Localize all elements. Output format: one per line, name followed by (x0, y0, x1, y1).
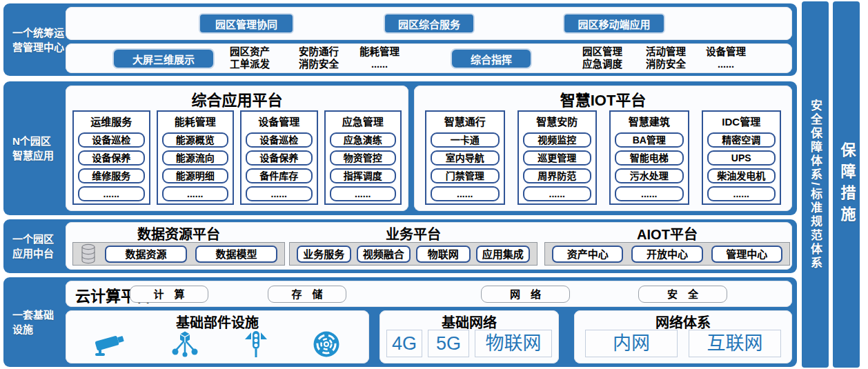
feature-item: ...... (330, 186, 397, 201)
network-chip-intranet: 内网 (585, 330, 678, 357)
box-title: 网络体系 (574, 310, 792, 329)
platform-columns: 运维服务 设备巡检 设备保养 维修服务 ...... 能耗管理 能源概览 能源流… (72, 110, 402, 205)
feature-item: 周界防范 (523, 168, 592, 183)
network-chip-iot: 物联网 (475, 330, 552, 357)
chip-park-comprehensive-service: 园区综合服务 (384, 13, 475, 34)
module-column-emergency: 应急管理 应急演练 物资管控 指挥调度 ...... (324, 110, 402, 205)
module-chip: 物联网 (416, 246, 471, 263)
feature-item: 智能电梯 (615, 150, 684, 166)
text-line: ...... (342, 58, 417, 70)
feature-item: ...... (246, 186, 313, 201)
feature-item: 设备保养 (246, 150, 313, 166)
module-chip: 开放中心 (631, 246, 702, 263)
feature-item: UPS (707, 150, 776, 166)
module-column-smart-access: 智慧通行 一卡通 室内导航 门禁管理 ...... (425, 110, 505, 205)
box-network-system: 网络体系 内网 互联网 (574, 310, 792, 363)
text-group: 设备管理 ...... (688, 46, 764, 70)
group-title: 数据资源平台 (72, 223, 285, 242)
middle-platform-content: 数据资源平台 数据资源 数据模型 (66, 219, 792, 273)
section-label-middle-platform: 一个园区 应用中台 (3, 219, 67, 273)
sidebar-security-standard-system: 安全保障体系/标准规范体系 (802, 1, 829, 368)
feature-item: 室内导航 (431, 150, 500, 166)
text-line: 工单派发 (212, 58, 288, 70)
box-title: 基础部件设施 (66, 310, 369, 329)
module-chip: 数据模型 (195, 246, 277, 263)
column-header: 能耗管理 (162, 113, 229, 130)
feature-item: 备件库存 (246, 168, 313, 183)
ops-row-top: 园区管理协同 园区综合服务 园区移动端应用 (66, 7, 792, 40)
iot-node-icon (170, 330, 199, 358)
column-header: 设备管理 (246, 113, 313, 130)
feature-item: ...... (78, 186, 145, 201)
module-column-ops-service: 运维服务 设备巡检 设备保养 维修服务 ...... (72, 110, 150, 205)
group-title: AIOT平台 (544, 223, 790, 242)
column-header: 智慧建筑 (615, 113, 684, 130)
feature-item: 物资管控 (330, 150, 397, 166)
column-header: IDC管理 (707, 113, 776, 130)
text-line: 设备管理 (688, 46, 764, 58)
group-business-platform: 业务平台 业务服务 视频融合 物联网 应用集成 (289, 223, 537, 267)
camera-icon (95, 331, 126, 357)
section-smart-apps: N个园区 智慧应用 综合应用平台 运维服务 设备巡检 设备保养 维修服务 ...… (3, 81, 797, 215)
feature-item: 应急演练 (330, 132, 397, 148)
text-line: ...... (688, 58, 764, 70)
chip-park-mobile-app: 园区移动端应用 (563, 13, 665, 34)
section-label-smart-apps: N个园区 智慧应用 (3, 81, 67, 215)
feature-item: 巡更管理 (523, 150, 592, 166)
sidebar-safeguard-measures: 保障措施 (833, 1, 860, 368)
feature-item: 设备巡检 (246, 132, 313, 148)
section-middle-platform: 一个园区 应用中台 数据资源平台 数据资源 (3, 219, 797, 273)
cloud-computing-platform: 云计算平台 计 算 存 储 网 络 安 全 (66, 281, 792, 307)
chip-integrated-command: 综合指挥 (451, 48, 532, 69)
cloud-chip-compute: 计 算 (130, 286, 208, 303)
smart-park-architecture-diagram: 一个统筹运 营管理中心 园区管理协同 园区综合服务 园区移动端应用 大屏三维展示… (0, 0, 868, 369)
module-column-energy: 能耗管理 能源概览 能源流向 能源明细 ...... (157, 110, 235, 205)
smart-apps-content: 综合应用平台 运维服务 设备巡检 设备保养 维修服务 ...... 能耗管理 能… (66, 81, 792, 215)
module-chip: 业务服务 (297, 246, 351, 263)
network-chip-5g: 5G (428, 330, 469, 357)
column-header: 智慧安防 (523, 113, 592, 130)
network-chip-4g: 4G (386, 330, 422, 357)
feature-item: ...... (707, 186, 776, 201)
feature-item: ...... (523, 186, 592, 201)
module-chip: 数据资源 (105, 246, 187, 263)
network-system-chips: 内网 互联网 (574, 329, 792, 357)
middle-platform-card: 数据资源平台 数据资源 数据模型 (66, 222, 792, 270)
box-basic-network: 基础网络 4G 5G 物联网 (379, 310, 559, 363)
feature-item: 门禁管理 (431, 168, 500, 183)
chip-big-screen-3d: 大屏三维展示 (112, 48, 215, 69)
cloud-chip-storage: 存 储 (268, 286, 346, 303)
module-chip: 资产中心 (552, 246, 623, 263)
module-chip: 视频融合 (357, 246, 411, 263)
infrastructure-content: 云计算平台 计 算 存 储 网 络 安 全 基础部件设施 (66, 277, 792, 367)
feature-item: 维修服务 (78, 168, 145, 183)
box-basic-components: 基础部件设施 (66, 310, 369, 363)
network-chip-internet: 互联网 (689, 330, 781, 357)
module-column-equipment: 设备管理 设备巡检 设备保养 备件库存 ...... (240, 110, 318, 205)
group-aiot-platform: AIOT平台 资产中心 开放中心 管理中心 (544, 223, 790, 267)
feature-item: 一卡通 (431, 132, 500, 148)
feature-item: ...... (615, 186, 684, 201)
module-chip: 应用集成 (476, 246, 531, 263)
module-column-smart-building: 智慧建筑 BA管理 智能电梯 污水处理 ...... (609, 110, 689, 205)
text-line: 能耗管理 (342, 46, 417, 58)
cloud-chip-network: 网 络 (481, 286, 570, 303)
column-header: 应急管理 (330, 113, 397, 130)
section-label-infrastructure: 一套基础 设施 (3, 277, 67, 367)
feature-item: 能源明细 (162, 168, 229, 183)
feature-item: 能源流向 (162, 150, 229, 166)
module-column-smart-security: 智慧安防 视频监控 巡更管理 周界防范 ...... (517, 110, 598, 205)
ops-row-bottom: 大屏三维展示 园区资产 工单派发 安防通行 消防安全 能耗管理 ...... 综… (66, 43, 792, 73)
ops-content: 园区管理协同 园区综合服务 园区移动端应用 大屏三维展示 园区资产 工单派发 安… (66, 3, 792, 76)
column-header: 智慧通行 (431, 113, 500, 130)
chip-park-management-collab: 园区管理协同 (199, 13, 294, 34)
feature-item: BA管理 (615, 132, 684, 148)
platform-columns: 智慧通行 一卡通 室内导航 门禁管理 ...... 智慧安防 视频监控 巡更管理… (425, 110, 781, 205)
module-chip: 管理中心 (711, 246, 782, 263)
feature-item: ...... (431, 186, 500, 201)
section-ops-center: 一个统筹运 营管理中心 园区管理协同 园区综合服务 园区移动端应用 大屏三维展示… (3, 3, 797, 76)
feature-item: 精密空调 (707, 132, 776, 148)
column-header: 运维服务 (78, 113, 145, 130)
platform-comprehensive-apps: 综合应用平台 运维服务 设备巡检 设备保养 维修服务 ...... 能耗管理 能… (66, 86, 408, 211)
feature-item: 柴油发电机 (707, 168, 776, 183)
